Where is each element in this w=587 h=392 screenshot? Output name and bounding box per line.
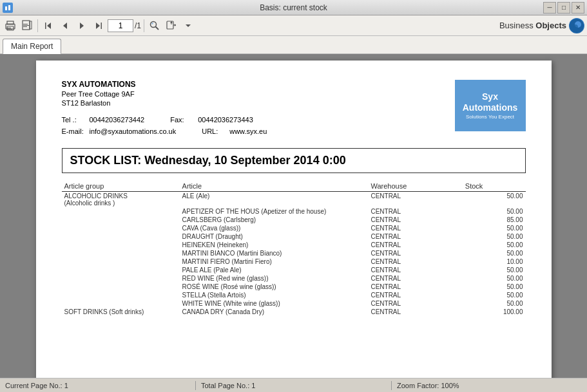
window-title: Basis: current stock [260, 3, 327, 12]
cell-article-group [62, 299, 180, 308]
cell-warehouse: CENTRAL [368, 283, 462, 291]
cell-stock: 50.00 [463, 241, 526, 249]
cell-article: APETIZER OF THE HOUS (Apetizer of the ho… [180, 207, 369, 216]
cell-stock: 10.00 [463, 257, 526, 266]
search-button[interactable] [147, 18, 162, 33]
table-row: STELLA (Stella Artois)CENTRAL50.00 [62, 291, 526, 299]
svg-rect-23 [167, 21, 173, 29]
cell-warehouse: CENTRAL [368, 224, 462, 232]
logo-main-text: Syx Automations [455, 91, 526, 113]
tel-value: 00442036273442 [90, 116, 145, 124]
svg-rect-9 [23, 24, 28, 24]
company-address1: Peer Tree Cottage 9AF [62, 90, 455, 98]
email-label: E-mail: [62, 127, 84, 135]
title-bar: Basis: current stock ─ □ ✕ [0, 0, 587, 15]
title-bar-left [3, 3, 13, 13]
table-row: MARTINI BIANCO (Martini Bianco)CENTRAL50… [62, 249, 526, 257]
cell-article-group [62, 207, 180, 216]
table-row: SOFT DRINKS (Soft drinks)CANADA DRY (Can… [62, 308, 526, 316]
cell-warehouse: CENTRAL [368, 308, 462, 316]
stock-title: STOCK LIST: Wednesday, 10 September 2014… [70, 154, 346, 167]
cell-stock: 50.00 [463, 232, 526, 241]
nav-last-button[interactable] [91, 18, 106, 33]
fax-label: Fax: [170, 116, 193, 124]
status-zoom: Zoom Factor: 100% [397, 382, 582, 389]
toolbar-sep-1 [37, 19, 38, 32]
bo-logo-text: Business Objects [499, 21, 566, 30]
svg-rect-18 [101, 23, 102, 29]
cell-warehouse: CENTRAL [368, 249, 462, 257]
cell-stock: 85.00 [463, 216, 526, 224]
svg-rect-11 [23, 26, 27, 27]
cell-article-group [62, 283, 180, 291]
cell-article: MARTINI BIANCO (Martini Bianco) [180, 249, 369, 257]
cell-stock: 50.00 [463, 249, 526, 257]
tab-main-report[interactable]: Main Report [3, 39, 61, 54]
maximize-button[interactable]: □ [557, 2, 570, 14]
chevron-down-icon [184, 22, 192, 30]
nav-first-icon [44, 21, 53, 30]
cell-stock: 50.00 [463, 299, 526, 308]
cell-stock: 50.00 [463, 291, 526, 299]
cell-warehouse: CENTRAL [368, 192, 462, 208]
svg-point-20 [151, 21, 157, 27]
company-address2: ST12 Barlaston [62, 99, 455, 107]
bo-logo-bold: Objects [535, 21, 566, 30]
col-header-article-group: Article group [62, 181, 180, 192]
nav-prev-button[interactable] [57, 18, 73, 33]
table-row: PALE ALE (Pale Ale)CENTRAL50.00 [62, 266, 526, 274]
main-area: SYX AUTOMATIONS Peer Tree Cottage 9AF ST… [0, 54, 587, 378]
cell-article-group [62, 266, 180, 274]
cell-article-group: ALCOHOLIC DRINKS (Alcoholic drinks ) [62, 192, 180, 208]
tab-bar: Main Report [0, 36, 587, 54]
table-body: ALCOHOLIC DRINKS (Alcoholic drinks )ALE … [62, 192, 526, 317]
nav-next-button[interactable] [74, 18, 90, 33]
fax-group: Fax: 00442036273443 [170, 116, 253, 124]
export-button[interactable] [164, 18, 179, 33]
print-button[interactable] [3, 18, 18, 33]
url-value: www.syx.eu [229, 127, 267, 135]
stock-title-box: STOCK LIST: Wednesday, 10 September 2014… [62, 148, 526, 173]
toolbar: /1 Business Objects [0, 15, 587, 36]
minimize-button[interactable]: ─ [543, 2, 556, 14]
cell-article-group [62, 274, 180, 283]
svg-rect-2 [8, 5, 10, 10]
table-row: WHITE WINE (White wine (glass))CENTRAL50… [62, 299, 526, 308]
nav-prev-icon [61, 21, 70, 30]
col-header-stock: Stock [463, 181, 526, 192]
bo-logo: Business Objects [499, 18, 584, 33]
cell-article: CAVA (Cava (glass)) [180, 224, 369, 232]
close-button[interactable]: ✕ [572, 2, 584, 14]
cell-article: WHITE WINE (White wine (glass)) [180, 299, 369, 308]
tel-group: Tel .: 00442036273442 [62, 116, 145, 124]
email-value: info@syxautomations.co.uk [90, 127, 177, 135]
page-number-input[interactable] [108, 19, 133, 32]
status-total-page: Total Page No.: 1 [201, 382, 386, 389]
cell-article: ALE (Ale) [180, 192, 369, 208]
tab-main-report-label: Main Report [11, 42, 53, 51]
print-preview-button[interactable] [19, 18, 35, 33]
svg-rect-6 [7, 28, 11, 28]
nav-first-button[interactable] [41, 18, 56, 33]
svg-marker-19 [96, 23, 100, 29]
company-info: SYX AUTOMATIONS Peer Tree Cottage 9AF ST… [62, 80, 455, 135]
col-header-article: Article [180, 181, 369, 192]
cell-warehouse: CENTRAL [368, 232, 462, 241]
cell-warehouse: CENTRAL [368, 291, 462, 299]
table-row: MARTINI FIERO (Martini Fiero)CENTRAL10.0… [62, 257, 526, 266]
table-row: ALCOHOLIC DRINKS (Alcoholic drinks )ALE … [62, 192, 526, 208]
cell-warehouse: CENTRAL [368, 274, 462, 283]
toolbar-sep-2 [144, 19, 144, 32]
cell-warehouse: CENTRAL [368, 257, 462, 266]
bo-logo-icon [569, 18, 584, 33]
cell-article-group [62, 232, 180, 241]
svg-marker-17 [80, 23, 84, 29]
svg-rect-1 [5, 6, 7, 10]
cell-stock: 50.00 [463, 283, 526, 291]
cell-article: MARTINI FIERO (Martini Fiero) [180, 257, 369, 266]
dropdown-button[interactable] [180, 18, 196, 33]
cell-article: PALE ALE (Pale Ale) [180, 266, 369, 274]
cell-article-group: SOFT DRINKS (Soft drinks) [62, 308, 180, 316]
table-row: HEINEKEN (Heineken)CENTRAL50.00 [62, 241, 526, 249]
report-viewport[interactable]: SYX AUTOMATIONS Peer Tree Cottage 9AF ST… [0, 54, 587, 378]
